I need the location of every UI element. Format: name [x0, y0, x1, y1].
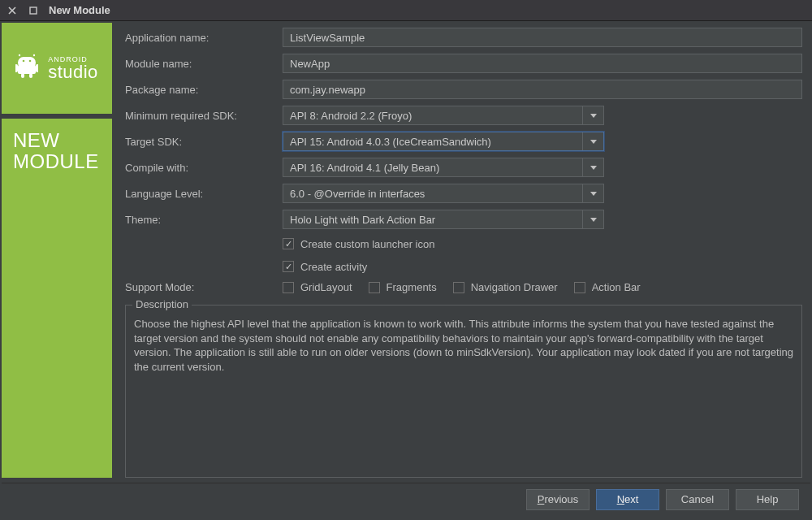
chevron-down-icon[interactable]: [582, 210, 603, 228]
create-launcher-icon-checkbox[interactable]: [283, 238, 294, 249]
svg-rect-5: [15, 64, 18, 72]
label-language-level: Language Level:: [125, 188, 276, 200]
svg-rect-6: [36, 64, 38, 72]
min-sdk-value: API 8: Android 2.2 (Froyo): [290, 110, 582, 122]
compile-with-select[interactable]: API 16: Android 4.1 (Jelly Bean): [283, 158, 604, 177]
close-window-icon[interactable]: [6, 5, 18, 16]
label-target-sdk: Target SDK:: [125, 136, 276, 148]
next-button[interactable]: Next: [596, 489, 659, 510]
sidebar-title-line2: MODULE: [13, 151, 104, 172]
svg-rect-8: [29, 73, 32, 78]
brand-big-text: studio: [48, 63, 98, 81]
wizard-sidebar: ANDROID studio NEW MODULE: [2, 23, 112, 478]
support-fragments-label: Fragments: [387, 281, 437, 293]
support-gridlayout-checkbox[interactable]: [283, 282, 294, 293]
svg-rect-7: [21, 73, 24, 78]
support-actionbar-checkbox[interactable]: [574, 282, 585, 293]
language-level-select[interactable]: 6.0 - @Override in interfaces: [283, 184, 604, 203]
description-box: Description Choose the highest API level…: [125, 305, 802, 478]
chevron-down-icon[interactable]: [582, 132, 603, 150]
create-activity-checkbox[interactable]: [283, 261, 294, 272]
help-button[interactable]: Help: [736, 489, 799, 510]
svg-rect-4: [18, 65, 36, 74]
label-application-name: Application name:: [125, 32, 276, 44]
target-sdk-select[interactable]: API 15: Android 4.0.3 (IceCreamSandwich): [283, 132, 604, 151]
create-launcher-icon-label: Create custom launcher icon: [300, 238, 434, 250]
svg-rect-0: [30, 7, 37, 14]
theme-select[interactable]: Holo Light with Dark Action Bar: [283, 210, 604, 229]
application-name-input[interactable]: [283, 28, 802, 47]
support-actionbar-label: Action Bar: [592, 281, 641, 293]
compile-with-value: API 16: Android 4.1 (Jelly Bean): [290, 162, 582, 174]
description-legend: Description: [132, 298, 192, 310]
support-gridlayout-label: GridLayout: [300, 281, 352, 293]
label-package-name: Package name:: [125, 84, 276, 96]
module-name-input[interactable]: [283, 54, 802, 73]
brand-panel: ANDROID studio: [2, 23, 112, 114]
chevron-down-icon[interactable]: [582, 184, 603, 202]
android-studio-icon: [15, 53, 38, 81]
support-navdrawer-checkbox[interactable]: [453, 282, 464, 293]
label-module-name: Module name:: [125, 58, 276, 70]
description-body: Choose the highest API level that the ap…: [134, 317, 793, 374]
previous-button[interactable]: Previous: [526, 489, 590, 510]
window-title: New Module: [49, 4, 110, 16]
chevron-down-icon[interactable]: [582, 106, 603, 124]
svg-point-10: [29, 59, 32, 62]
support-navdrawer-label: Navigation Drawer: [471, 281, 558, 293]
target-sdk-value: API 15: Android 4.0.3 (IceCreamSandwich): [290, 136, 582, 148]
label-compile-with: Compile with:: [125, 162, 276, 174]
sidebar-title-line1: NEW: [13, 130, 104, 151]
chevron-down-icon[interactable]: [582, 158, 603, 176]
support-fragments-checkbox[interactable]: [369, 282, 380, 293]
titlebar: New Module: [0, 0, 812, 21]
label-min-sdk: Minimum required SDK:: [125, 110, 276, 122]
create-activity-label: Create activity: [300, 261, 367, 273]
svg-point-2: [33, 54, 35, 55]
package-name-input[interactable]: [283, 80, 802, 99]
maximize-window-icon[interactable]: [28, 5, 39, 16]
theme-value: Holo Light with Dark Action Bar: [290, 214, 582, 226]
button-bar: Previous Next Cancel Help: [2, 483, 810, 520]
form-area: Application name: Module name: Package n…: [115, 23, 810, 478]
label-support-mode: Support Mode:: [125, 281, 276, 293]
svg-point-9: [23, 59, 25, 62]
min-sdk-select[interactable]: API 8: Android 2.2 (Froyo): [283, 106, 604, 125]
cancel-button[interactable]: Cancel: [666, 489, 729, 510]
sidebar-title-pane: NEW MODULE: [2, 119, 112, 478]
svg-point-1: [19, 54, 20, 55]
label-theme: Theme:: [125, 214, 276, 226]
wizard-body: ANDROID studio NEW MODULE Application na…: [0, 21, 812, 520]
language-level-value: 6.0 - @Override in interfaces: [290, 188, 582, 200]
